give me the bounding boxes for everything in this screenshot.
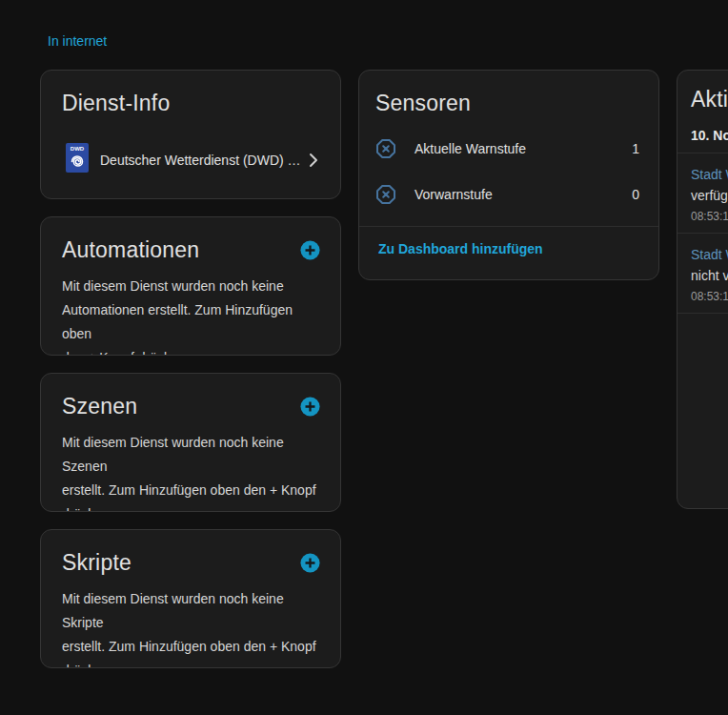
add-script-button plus-circle-icon[interactable]: [298, 551, 321, 574]
sensors-title: Sensoren: [359, 90, 658, 116]
entity-row-aktuelle-warnstufe[interactable]: Aktuelle Warnstufe 1: [374, 126, 639, 172]
activity-title: Aktivität: [677, 86, 728, 112]
activity-card: Aktivität 10. November Stadt W verfügb 0…: [677, 70, 728, 509]
integration-row-dwd[interactable]: DWD Deutscher Wetterdienst (DWD) …: [41, 135, 340, 184]
scenes-empty-text: Mit diesem Dienst wurden noch keine Szen…: [62, 431, 321, 512]
automations-empty-text: Mit diesem Dienst wurden noch keine Auto…: [62, 275, 321, 356]
card-columns: Dienst-Info DWD Deutscher Wetterdienst (…: [40, 70, 728, 668]
logbook-timestamp: 08:53:1: [691, 289, 728, 304]
logbook-state-text: verfügb: [691, 185, 728, 206]
column-right: Aktivität 10. November Stadt W verfügb 0…: [677, 70, 728, 509]
svg-text:DWD: DWD: [71, 146, 85, 152]
logbook-entity-link[interactable]: Stadt W: [691, 164, 728, 185]
scenes-card: Szenen Mit diesem Dienst wurden noch kei…: [40, 373, 341, 512]
add-automation-button plus-circle-icon[interactable]: [298, 238, 321, 261]
chevron-right-icon: [304, 153, 323, 168]
sensors-card: Sensoren Aktuelle Warnstufe 1: [358, 70, 659, 280]
entity-name: Vorwarnstufe: [415, 187, 632, 202]
integration-name: Deutscher Wetterdienst (DWD) …: [100, 153, 304, 168]
scenes-title: Szenen: [62, 393, 137, 419]
close-octagon-icon: [374, 137, 397, 160]
entity-row-vorwarnstufe[interactable]: Vorwarnstufe 0: [374, 172, 639, 217]
logbook-entity-link[interactable]: Stadt W: [691, 244, 728, 265]
entity-state-value: 1: [632, 141, 639, 156]
automations-title: Automationen: [62, 236, 199, 263]
column-middle: Sensoren Aktuelle Warnstufe 1: [358, 70, 659, 280]
device-page: In internet Dienst-Info DWD Deutscher We…: [0, 0, 728, 668]
breadcrumb-area-link[interactable]: In internet: [48, 33, 107, 49]
column-left: Dienst-Info DWD Deutscher Wetterdienst (…: [40, 70, 341, 668]
logbook-date-header: 10. November: [677, 112, 728, 153]
automations-card: Automationen Mit diesem Dienst wurden no…: [40, 216, 341, 356]
close-octagon-icon: [374, 183, 397, 206]
scripts-title: Skripte: [62, 549, 131, 576]
entity-name: Aktuelle Warnstufe: [415, 141, 632, 156]
service-info-title: Dienst-Info: [41, 90, 340, 116]
add-to-dashboard-link[interactable]: Zu Dashboard hinzufügen: [378, 241, 543, 256]
entity-state-value: 0: [632, 187, 639, 202]
add-scene-button plus-circle-icon[interactable]: [298, 395, 321, 418]
logbook-timestamp: 08:53:1: [691, 209, 728, 224]
scripts-card: Skripte Mit diesem Dienst wurden noch ke…: [40, 529, 341, 668]
dwd-logo-icon: DWD: [66, 143, 89, 176]
logbook-entry: Stadt W verfügb 08:53:1: [677, 153, 728, 234]
logbook-entry: Stadt W nicht ve 08:53:1: [677, 234, 728, 314]
service-info-card: Dienst-Info DWD Deutscher Wetterdienst (…: [40, 70, 341, 199]
logbook-state-text: nicht ve: [691, 265, 728, 286]
sensors-card-actions: Zu Dashboard hinzufügen: [359, 226, 658, 271]
scripts-empty-text: Mit diesem Dienst wurden noch keine Skri…: [62, 587, 321, 668]
